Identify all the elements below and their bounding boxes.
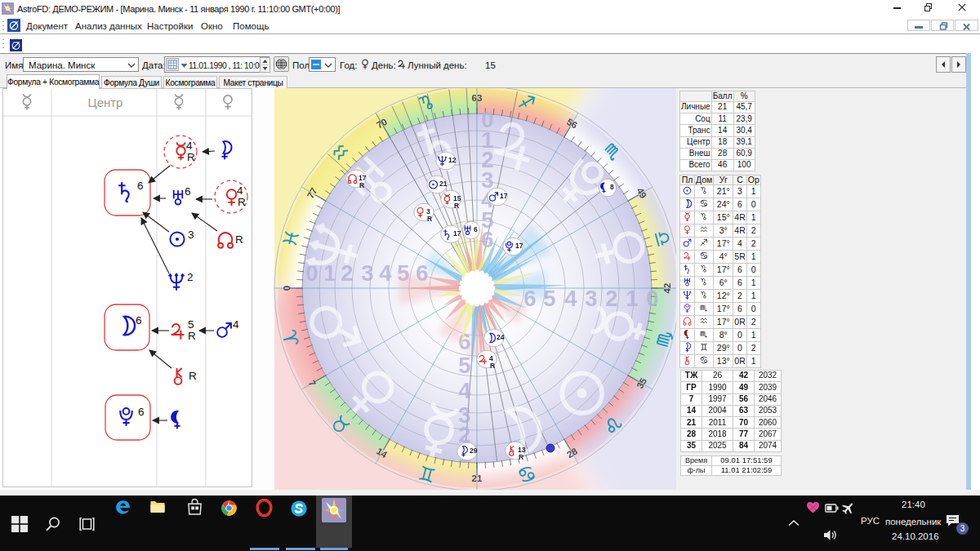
svg-text:R: R	[238, 196, 246, 208]
svg-text:R: R	[359, 181, 364, 189]
svg-text:2: 2	[605, 286, 617, 311]
svg-text:6: 6	[138, 406, 145, 418]
svg-text:Центр: Центр	[88, 96, 123, 109]
svg-text:R: R	[427, 215, 432, 223]
svg-text:6: 6	[137, 180, 144, 192]
svg-text:1: 1	[626, 286, 638, 311]
svg-text:6: 6	[136, 314, 142, 327]
svg-text:21: 21	[472, 473, 483, 483]
svg-text:0: 0	[646, 286, 658, 311]
svg-text:12: 12	[448, 156, 457, 164]
svg-text:4: 4	[233, 318, 239, 331]
svg-text:R: R	[189, 370, 197, 382]
svg-text:17: 17	[453, 229, 461, 238]
svg-text:3: 3	[361, 260, 373, 286]
svg-text:24: 24	[497, 333, 505, 341]
svg-text:R: R	[454, 202, 459, 210]
svg-text:4: 4	[564, 286, 577, 311]
svg-text:21: 21	[439, 180, 448, 188]
svg-text:6: 6	[474, 225, 478, 233]
svg-text:2: 2	[341, 260, 353, 286]
svg-text:3: 3	[188, 229, 194, 241]
svg-text:4: 4	[379, 260, 392, 286]
svg-text:17: 17	[500, 192, 508, 200]
svg-text:R: R	[188, 330, 196, 342]
svg-text:0: 0	[305, 260, 318, 286]
svg-text:R: R	[187, 151, 195, 163]
svg-text:63: 63	[472, 93, 483, 103]
svg-text:R: R	[490, 362, 495, 370]
svg-text:3: 3	[585, 286, 597, 311]
svg-text:6: 6	[185, 185, 191, 198]
svg-text:R: R	[235, 233, 243, 246]
svg-text:29: 29	[470, 447, 478, 455]
svg-text:4: 4	[186, 140, 193, 152]
svg-text:5: 5	[188, 318, 194, 331]
svg-text:17: 17	[515, 242, 523, 250]
svg-text:0: 0	[282, 286, 292, 291]
svg-text:2: 2	[187, 271, 194, 283]
svg-text:1: 1	[323, 260, 336, 286]
svg-text:8: 8	[610, 183, 614, 191]
svg-text:4: 4	[458, 378, 471, 403]
svg-text:42: 42	[662, 283, 672, 294]
svg-text:R: R	[519, 453, 523, 461]
svg-text:4: 4	[237, 184, 243, 197]
